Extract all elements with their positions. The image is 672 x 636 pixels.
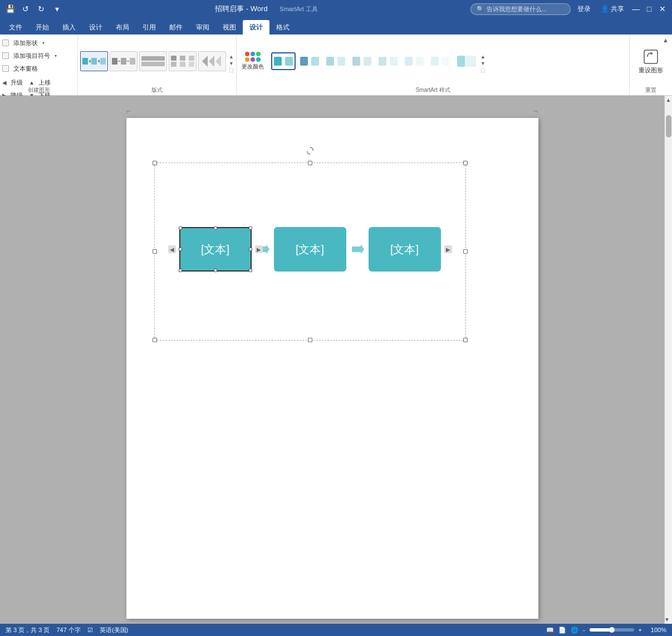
close-btn[interactable]: ✕ [658,4,668,14]
layout-thumb-1[interactable] [80,51,108,71]
tab-design[interactable]: 设计 [82,20,109,34]
handle-top-right[interactable] [463,161,468,165]
tab-home[interactable]: 开始 [29,20,56,34]
rotate-handle[interactable] [306,146,315,155]
layout-thumb-4[interactable] [169,51,197,71]
box1-handle-tm[interactable] [214,226,217,230]
box1-handle-br[interactable] [249,269,252,272]
change-colors-btn[interactable]: 更改颜色 [239,50,267,73]
box1-handle-bm[interactable] [214,269,217,272]
box1-handle-tr[interactable] [249,226,252,230]
reset-shape-btn[interactable]: 重设图形 [634,46,668,76]
handle-mid-left[interactable] [153,249,157,254]
layout-scroll-up[interactable]: ▲ [229,53,234,60]
tab-layout[interactable]: 布局 [109,20,136,34]
layout-thumb-2[interactable] [110,51,138,71]
style-swatch-2[interactable] [297,52,322,70]
box1-handle-ml[interactable] [179,248,182,251]
main-area: ⌐ ⌐ [0,96,672,624]
undo-qat-btn[interactable]: ↺ [20,3,31,14]
scroll-up-btn[interactable]: ▲ [665,96,672,104]
layout-scroll-down[interactable]: ▼ [229,60,234,67]
promote-icon: ◀ [2,80,7,86]
smartart-box-1[interactable]: [文本] [179,227,252,272]
reset-group: 重设图形 重置 [630,34,672,95]
text-pane-btn[interactable]: 文本窗格 [11,62,41,75]
tab-references[interactable]: 引用 [136,20,163,34]
share-btn[interactable]: 👤 共享 [597,3,627,15]
zoom-slider[interactable] [590,628,634,632]
layout-thumb-5[interactable] [198,51,226,71]
smartart-prev-arrow[interactable]: ◀ [168,245,176,253]
style-swatch-8[interactable] [454,52,479,70]
ribbon-content: 添加形状 ▾ 添加项目符号 ▾ 文本窗格 ◀ 升级 ▲ 上移 ▶ 降级 [0,34,672,96]
proofing-icon[interactable]: ☑ [87,627,93,634]
svg-rect-26 [337,57,345,66]
restore-btn[interactable]: □ [644,4,654,14]
scrollbar-thumb[interactable] [666,115,671,137]
tab-insert[interactable]: 插入 [56,20,82,34]
style-swatch-5[interactable] [376,52,400,70]
minimize-btn[interactable]: — [631,4,641,14]
style-swatch-1[interactable] [271,52,296,70]
styles-scroll-expand[interactable]: ⬚ [480,67,485,73]
tab-mail[interactable]: 邮件 [163,20,189,34]
smartart-box-2[interactable]: [文本] [274,227,346,272]
styles-scroll-down[interactable]: ▼ [480,60,485,67]
search-bar[interactable]: 🔍 告诉我您想要做什么... [470,3,571,15]
add-shape-btn[interactable]: 添加形状 [11,37,41,49]
corner-mark-tl: ⌐ [126,107,131,116]
layout-scroll-expand[interactable]: ⬚ [229,67,234,73]
handle-bottom-left[interactable] [153,338,157,342]
zoom-out-btn[interactable]: - [583,627,585,633]
print-layout-btn[interactable]: 📄 [558,627,566,634]
document-page: ◀ [文本] ▶ [126,118,538,619]
up-icon: ▲ [29,80,35,86]
handle-mid-right[interactable] [463,249,468,254]
read-mode-btn[interactable]: 📖 [546,627,554,634]
styles-scroll-up[interactable]: ▲ [480,53,485,60]
style-swatch-3[interactable] [323,52,348,70]
handle-top-left[interactable] [153,161,157,165]
tab-view[interactable]: 视图 [216,20,243,34]
add-bullet-dropdown[interactable]: ▾ [55,53,57,58]
smartart-next-arrow-3[interactable]: ▶ [444,245,452,253]
zoom-slider-thumb[interactable] [609,627,615,633]
redo-qat-btn[interactable]: ↻ [36,3,47,14]
text-pane-icon [2,65,9,72]
save-qat-btn[interactable]: 💾 [4,3,16,14]
svg-rect-17 [189,62,194,67]
add-bullet-btn[interactable]: 添加项目符号 [11,50,53,62]
handle-top-mid[interactable] [308,161,312,165]
scroll-down-btn[interactable]: ▼ [663,615,671,624]
language-label[interactable]: 英语(美国) [100,626,128,634]
box1-handle-tl[interactable] [179,226,182,230]
tab-review[interactable]: 审阅 [189,20,216,34]
handle-bottom-mid[interactable] [308,338,312,342]
tab-smartart-design[interactable]: 设计 [243,20,269,34]
qat-dropdown-btn[interactable]: ▾ [51,3,62,14]
add-shape-dropdown[interactable]: ▾ [42,41,45,46]
ribbon-tabs: 文件 开始 插入 设计 布局 引用 邮件 审阅 视图 设计 格式 [0,18,672,34]
search-placeholder: 告诉我您想要做什么... [487,5,547,13]
svg-rect-21 [274,57,282,66]
box1-handle-mr[interactable] [249,248,252,251]
layout-thumb-3[interactable] [139,51,167,71]
style-swatch-6[interactable] [402,52,426,70]
tab-smartart-format[interactable]: 格式 [269,20,296,34]
web-layout-btn[interactable]: 🌐 [571,627,578,634]
login-btn[interactable]: 登录 [574,3,594,15]
smartart-container[interactable]: ◀ [文本] ▶ [154,162,466,341]
collapse-ribbon-btn[interactable]: ▲ [663,37,669,43]
smartart-box-3[interactable]: [文本] ▶ [369,227,441,272]
tab-file[interactable]: 文件 [2,20,29,34]
handle-bottom-right[interactable] [463,338,468,342]
style-swatch-4[interactable] [350,52,374,70]
style-swatch-7[interactable] [428,52,453,70]
svg-rect-16 [180,62,185,67]
zoom-level[interactable]: 100% [646,627,666,633]
smartart-next-arrow-1[interactable]: ▶ [255,245,263,253]
box1-handle-bl[interactable] [179,269,182,272]
svg-rect-10 [141,56,165,61]
zoom-in-btn[interactable]: + [639,627,642,633]
